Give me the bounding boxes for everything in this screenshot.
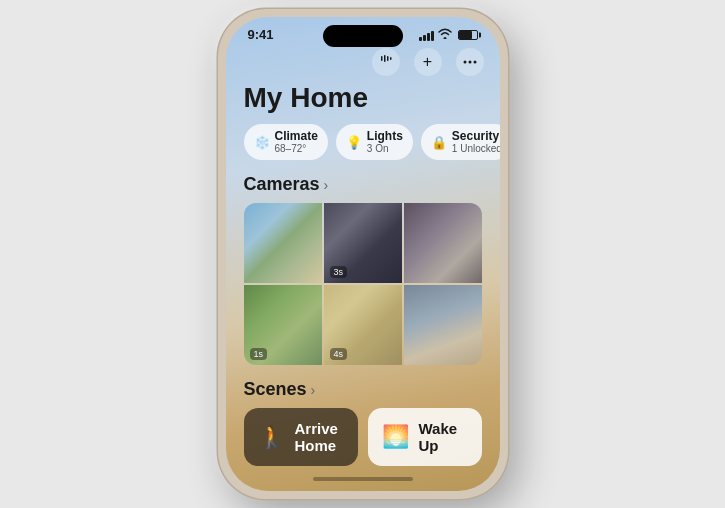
camera-3[interactable] bbox=[404, 203, 482, 283]
wake-up-card[interactable]: 🌅 Wake Up bbox=[368, 408, 482, 466]
scenes-chevron: › bbox=[311, 382, 316, 398]
svg-rect-2 bbox=[387, 56, 389, 61]
home-indicator bbox=[313, 477, 413, 481]
signal-icon bbox=[419, 29, 434, 41]
category-pills: ❄️ Climate 68–72° 💡 Lights 3 On 🔒 Securi… bbox=[226, 124, 500, 174]
svg-rect-3 bbox=[390, 57, 392, 60]
battery-icon bbox=[458, 30, 478, 40]
cameras-section-header[interactable]: Cameras › bbox=[226, 174, 500, 203]
camera-6[interactable] bbox=[404, 285, 482, 365]
scenes-section: Scenes › 🚶 Arrive Home 🌅 Wake Up bbox=[226, 365, 500, 466]
wifi-icon bbox=[438, 28, 452, 41]
arrive-home-card[interactable]: 🚶 Arrive Home bbox=[244, 408, 358, 466]
lights-icon: 💡 bbox=[346, 135, 362, 150]
status-icons bbox=[419, 28, 478, 41]
lights-pill[interactable]: 💡 Lights 3 On bbox=[336, 124, 413, 160]
wake-up-icon: 🌅 bbox=[382, 424, 409, 450]
arrive-home-label: Arrive Home bbox=[295, 420, 344, 454]
svg-point-6 bbox=[473, 61, 476, 64]
lights-label: Lights bbox=[367, 129, 403, 143]
camera-1[interactable] bbox=[244, 203, 322, 283]
scenes-section-header[interactable]: Scenes › bbox=[244, 379, 482, 400]
camera-grid: 3s 1s 4s bbox=[244, 203, 482, 365]
phone-screen: 9:41 bbox=[226, 17, 500, 491]
dynamic-island bbox=[323, 25, 403, 47]
svg-rect-1 bbox=[384, 55, 386, 62]
camera-2[interactable]: 3s bbox=[324, 203, 402, 283]
climate-icon: ❄️ bbox=[254, 135, 270, 150]
svg-point-5 bbox=[468, 61, 471, 64]
cam-2-timestamp: 3s bbox=[330, 266, 348, 278]
camera-4[interactable]: 1s bbox=[244, 285, 322, 365]
status-bar: 9:41 bbox=[226, 17, 500, 46]
voice-button[interactable] bbox=[372, 48, 400, 76]
cam-4-timestamp: 1s bbox=[250, 348, 268, 360]
climate-sub: 68–72° bbox=[275, 143, 318, 155]
security-icon: 🔒 bbox=[431, 135, 447, 150]
scenes-cards: 🚶 Arrive Home 🌅 Wake Up bbox=[244, 408, 482, 466]
climate-pill[interactable]: ❄️ Climate 68–72° bbox=[244, 124, 328, 160]
lights-sub: 3 On bbox=[367, 143, 403, 155]
cameras-chevron: › bbox=[324, 177, 329, 193]
cam-5-timestamp: 4s bbox=[330, 348, 348, 360]
camera-5[interactable]: 4s bbox=[324, 285, 402, 365]
top-actions-bar: + bbox=[226, 46, 500, 82]
scenes-title: Scenes bbox=[244, 379, 307, 400]
arrive-home-icon: 🚶 bbox=[258, 424, 285, 450]
security-pill[interactable]: 🔒 Security 1 Unlocked bbox=[421, 124, 500, 160]
security-sub: 1 Unlocked bbox=[452, 143, 500, 155]
wake-up-label: Wake Up bbox=[419, 420, 468, 454]
security-label: Security bbox=[452, 129, 500, 143]
svg-point-4 bbox=[463, 61, 466, 64]
cameras-title: Cameras bbox=[244, 174, 320, 195]
climate-label: Climate bbox=[275, 129, 318, 143]
status-time: 9:41 bbox=[248, 27, 274, 42]
page-title: My Home bbox=[226, 82, 500, 124]
svg-rect-0 bbox=[381, 56, 383, 61]
phone-frame: 9:41 bbox=[218, 9, 508, 499]
add-button[interactable]: + bbox=[414, 48, 442, 76]
more-button[interactable] bbox=[456, 48, 484, 76]
